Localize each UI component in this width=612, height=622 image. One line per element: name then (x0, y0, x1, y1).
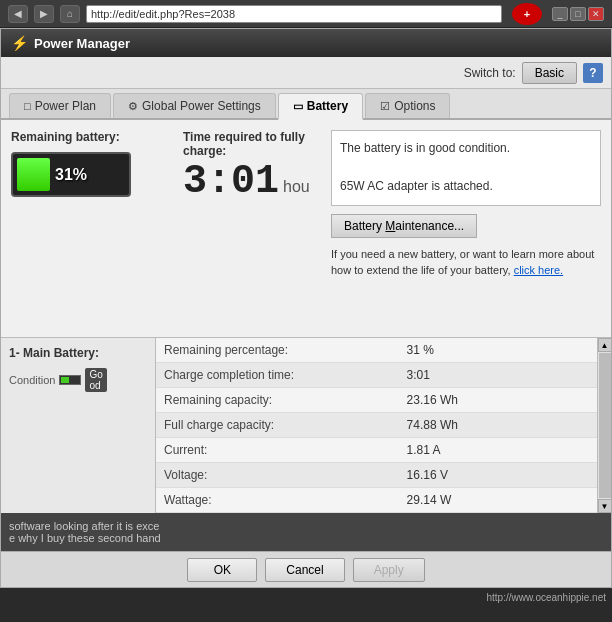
detail-label: Remaining percentage: (156, 338, 399, 363)
condition-label: Condition (9, 374, 55, 386)
tab-bar: □ Power Plan ⚙ Global Power Settings ▭ B… (1, 89, 611, 120)
address-bar[interactable] (86, 5, 502, 23)
options-icon: ☑ (380, 100, 390, 113)
detail-value: 23.16 Wh (399, 388, 597, 413)
table-row: Current:1.81 A (156, 438, 597, 463)
background-text: software looking after it is exce e why … (1, 513, 611, 551)
power-manager-window: ⚡ Power Manager Switch to: Basic ? □ Pow… (0, 28, 612, 588)
detail-label: Voltage: (156, 463, 399, 488)
tab-options[interactable]: ☑ Options (365, 93, 450, 118)
browser-chrome: ◀ ▶ ⌂ + _ □ ✕ (0, 0, 612, 28)
detail-label: Wattage: (156, 488, 399, 513)
window-controls: _ □ ✕ (552, 7, 604, 21)
charge-time-unit: hou (283, 178, 310, 196)
minimize-button[interactable]: _ (552, 7, 568, 21)
status-url: http://www.oceanhippie.net (486, 592, 606, 603)
bottom-section: 1- Main Battery: Condition Good Remainin… (1, 337, 611, 513)
info-text: If you need a new battery, or want to le… (331, 246, 601, 279)
scroll-down-button[interactable]: ▼ (598, 499, 612, 513)
ok-button[interactable]: OK (187, 558, 257, 582)
table-row: Charge completion time:3:01 (156, 363, 597, 388)
window-title-icon: ⚡ (11, 35, 28, 51)
battery-addon-icon[interactable]: + (512, 3, 542, 25)
left-panel: Remaining battery: 31% (11, 130, 171, 327)
table-row: Remaining capacity:23.16 Wh (156, 388, 597, 413)
window-titlebar: ⚡ Power Manager (1, 29, 611, 57)
click-here-link[interactable]: click here. (514, 264, 564, 276)
global-power-icon: ⚙ (128, 100, 138, 113)
bg-text-line1: software looking after it is exce (9, 520, 603, 532)
toolbar: Switch to: Basic ? (1, 57, 611, 89)
main-content: Remaining battery: 31% Time required to … (1, 120, 611, 337)
scrollbar[interactable]: ▲ ▼ (597, 338, 611, 513)
detail-value: 29.14 W (399, 488, 597, 513)
dialog-button-bar: OK Cancel Apply (1, 551, 611, 587)
detail-value: 16.16 V (399, 463, 597, 488)
right-panel: The battery is in good condition. 65W AC… (331, 130, 601, 327)
scroll-thumb[interactable] (599, 353, 611, 498)
detail-value: 1.81 A (399, 438, 597, 463)
detail-label: Remaining capacity: (156, 388, 399, 413)
center-panel: Time required to fully charge: 3:01 hou (183, 130, 319, 327)
forward-button[interactable]: ▶ (34, 5, 54, 23)
table-row: Full charge capacity:74.88 Wh (156, 413, 597, 438)
table-row: Wattage:29.14 W (156, 488, 597, 513)
maximize-button[interactable]: □ (570, 7, 586, 21)
condition-row: Condition Good (9, 368, 147, 392)
status-bar: http://www.oceanhippie.net (0, 588, 612, 606)
power-plan-icon: □ (24, 100, 31, 112)
detail-label: Current: (156, 438, 399, 463)
cancel-button[interactable]: Cancel (265, 558, 344, 582)
help-button[interactable]: ? (583, 63, 603, 83)
battery-details[interactable]: Remaining percentage:31 %Charge completi… (156, 338, 597, 513)
detail-value: 31 % (399, 338, 597, 363)
scroll-up-button[interactable]: ▲ (598, 338, 612, 352)
mini-battery-fill (61, 377, 68, 383)
status-box: The battery is in good condition. 65W AC… (331, 130, 601, 206)
remaining-label: Remaining battery: (11, 130, 171, 144)
status-line2: 65W AC adapter is attached. (340, 177, 592, 196)
charge-time-value: 3:01 (183, 162, 279, 202)
charge-time-label: Time required to fully charge: (183, 130, 319, 158)
table-row: Voltage:16.16 V (156, 463, 597, 488)
window-title: Power Manager (34, 36, 130, 51)
mini-battery-icon (59, 375, 81, 385)
tab-power-plan[interactable]: □ Power Plan (9, 93, 111, 118)
battery-list: 1- Main Battery: Condition Good (1, 338, 156, 513)
detail-label: Charge completion time: (156, 363, 399, 388)
battery-table: Remaining percentage:31 %Charge completi… (156, 338, 597, 513)
detail-label: Full charge capacity: (156, 413, 399, 438)
battery-list-title: 1- Main Battery: (9, 346, 147, 360)
battery-maintenance-button[interactable]: Battery Maintenance... (331, 214, 477, 238)
detail-value: 3:01 (399, 363, 597, 388)
basic-button[interactable]: Basic (522, 62, 577, 84)
tab-global-power[interactable]: ⚙ Global Power Settings (113, 93, 276, 118)
switch-to-label: Switch to: (464, 66, 516, 80)
home-button[interactable]: ⌂ (60, 5, 80, 23)
battery-percent: 31% (13, 166, 129, 184)
bg-text-line2: e why I buy these second hand (9, 532, 603, 544)
tab-battery[interactable]: ▭ Battery (278, 93, 363, 120)
battery-display: 31% (11, 152, 131, 197)
status-line1: The battery is in good condition. (340, 139, 592, 158)
back-button[interactable]: ◀ (8, 5, 28, 23)
condition-badge: Good (85, 368, 106, 392)
close-button[interactable]: ✕ (588, 7, 604, 21)
detail-value: 74.88 Wh (399, 413, 597, 438)
apply-button[interactable]: Apply (353, 558, 425, 582)
battery-tab-icon: ▭ (293, 100, 303, 113)
table-row: Remaining percentage:31 % (156, 338, 597, 363)
